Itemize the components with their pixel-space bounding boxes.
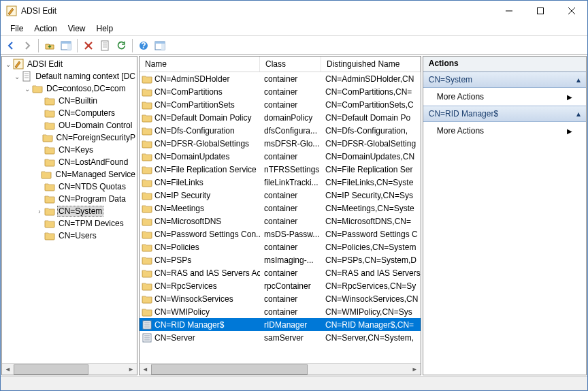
tree-root[interactable]: ⌄ ADSI Edit (2, 58, 137, 70)
menu-action[interactable]: Action (29, 22, 62, 35)
collapse-icon[interactable]: ⌄ (13, 73, 21, 80)
tree-label: CN=Managed Service (54, 169, 137, 180)
refresh-button[interactable] (114, 38, 129, 53)
cell-name: CN=FileLinks (154, 178, 203, 187)
list-row[interactable]: CN=DomainUpdatescontainerCN=DomainUpdate… (140, 150, 421, 163)
show-pane-button[interactable] (59, 38, 74, 53)
cell-name: CN=RpcServices (154, 281, 217, 291)
list-row[interactable]: CN=Password Settings Con...msDS-Passw...… (140, 228, 421, 240)
tree-node[interactable]: CN=Builtin (2, 95, 137, 107)
tree-node[interactable]: CN=NTDS Quotas (2, 181, 137, 193)
tree-domain[interactable]: ⌄ DC=contoso,DC=com (2, 82, 137, 95)
folder-icon (142, 164, 152, 175)
list-row[interactable]: CN=PSPsmsImaging-...CN=PSPs,CN=System,D (140, 253, 421, 266)
list-row[interactable]: CN=IP SecuritycontainerCN=IP Security,CN… (140, 189, 421, 202)
scope-tree[interactable]: ⌄ ADSI Edit ⌄ Default naming context [DC… (2, 57, 137, 363)
folder-icon (32, 83, 43, 94)
actions-section-rid[interactable]: CN=RID Manager$ ▴ (423, 106, 586, 122)
list-row[interactable]: CN=File Replication ServicenTFRSSettings… (140, 163, 421, 176)
tree-h-scrollbar[interactable]: ◄ ► (2, 363, 137, 375)
nav-forward-button[interactable] (20, 38, 35, 53)
list-body[interactable]: CN=AdminSDHoldercontainerCN=AdminSDHolde… (140, 72, 421, 363)
list-row[interactable]: CN=WMIPolicycontainerCN=WMIPolicy,CN=Sys (140, 305, 421, 318)
scroll-thumb[interactable] (14, 364, 88, 375)
tree-label: CN=LostAndFound (57, 157, 129, 168)
list-row[interactable]: CN=Default Domain PolicydomainPolicyCN=D… (140, 111, 421, 124)
list-row[interactable]: CN=RpcServicesrpcContainerCN=RpcServices… (140, 279, 421, 292)
properties-button[interactable] (97, 38, 112, 53)
cell-name: CN=Password Settings Con... (154, 230, 260, 239)
folder-icon (142, 216, 152, 227)
actions-more-system[interactable]: More Actions ▶ (423, 88, 586, 106)
close-button[interactable] (556, 1, 587, 21)
list-row[interactable]: CN=MeetingscontainerCN=Meetings,CN=Syste (140, 202, 421, 215)
list-row[interactable]: CN=DFSR-GlobalSettingsmsDFSR-Glo...CN=DF… (140, 137, 421, 150)
tree-node[interactable]: CN=Managed Service (2, 168, 137, 181)
tree-node[interactable]: CN=Users (2, 230, 137, 242)
maximize-button[interactable] (525, 1, 556, 21)
folder-icon (142, 138, 152, 149)
list-row[interactable]: CN=RAS and IAS Servers Ac...containerCN=… (140, 266, 421, 279)
actions-more-rid[interactable]: More Actions ▶ (423, 122, 586, 140)
cell-dn: CN=WMIPolicy,CN=Sys (321, 307, 421, 317)
cell-name: CN=DomainUpdates (154, 152, 229, 161)
cell-dn: CN=RID Manager$,CN= (321, 320, 421, 330)
nav-back-button[interactable] (3, 38, 18, 53)
cell-name: CN=RID Manager$ (154, 320, 224, 330)
list-row[interactable]: CN=MicrosoftDNScontainerCN=MicrosoftDNS,… (140, 215, 421, 228)
tree-label: CN=Program Data (57, 193, 127, 204)
cell-dn: CN=FileLinks,CN=Syste (321, 178, 421, 187)
tree-node[interactable]: CN=Program Data (2, 193, 137, 205)
scroll-left-icon[interactable]: ◄ (140, 364, 151, 375)
list-row[interactable]: CN=Dfs-ConfigurationdfsConfigura...CN=Df… (140, 124, 421, 137)
delete-button[interactable] (81, 38, 96, 53)
list-h-scrollbar[interactable]: ◄ ► (140, 363, 421, 375)
collapse-up-icon[interactable]: ▴ (576, 109, 581, 119)
menu-file[interactable]: File (5, 22, 29, 35)
list-row[interactable]: CN=AdminSDHoldercontainerCN=AdminSDHolde… (140, 72, 421, 85)
list-row[interactable]: CN=FileLinksfileLinkTracki...CN=FileLink… (140, 176, 421, 189)
list-row[interactable]: CN=ComPartitionSetscontainerCN=ComPartit… (140, 98, 421, 111)
list-row[interactable]: CN=PoliciescontainerCN=Policies,CN=Syste… (140, 240, 421, 253)
tree-node[interactable]: CN=ForeignSecurityP (2, 131, 137, 144)
list-row[interactable]: CN=RID Manager$rIDManagerCN=RID Manager$… (140, 318, 421, 331)
actions-section-system[interactable]: CN=System ▴ (423, 72, 586, 88)
tree-context[interactable]: ⌄ Default naming context [DC (2, 70, 137, 82)
scroll-right-icon[interactable]: ► (409, 364, 421, 375)
menu-view[interactable]: View (63, 22, 91, 35)
list-row[interactable]: CN=WinsockServicescontainerCN=WinsockSer… (140, 292, 421, 305)
list-row[interactable]: CN=ServersamServerCN=Server,CN=System, (140, 331, 421, 344)
folder-icon (41, 169, 52, 180)
collapse-icon[interactable]: ⌄ (3, 61, 13, 68)
cell-class: rIDManager (260, 320, 321, 330)
folder-icon (142, 294, 152, 304)
help-button[interactable] (136, 38, 151, 53)
list-row[interactable]: CN=ComPartitionscontainerCN=ComPartition… (140, 85, 421, 98)
scroll-left-icon[interactable]: ◄ (2, 364, 14, 375)
expand-icon[interactable]: › (35, 208, 44, 215)
tree-node[interactable]: CN=Computers (2, 107, 137, 119)
tree-pane: ⌄ ADSI Edit ⌄ Default naming context [DC… (1, 56, 137, 375)
minimize-button[interactable] (493, 1, 525, 21)
tree-node[interactable]: OU=Domain Control (2, 119, 137, 131)
collapse-icon[interactable]: ⌄ (22, 85, 32, 93)
tree-node[interactable]: CN=LostAndFound (2, 156, 137, 168)
col-class[interactable]: Class (260, 57, 321, 72)
cell-class: container (260, 217, 321, 226)
up-level-button[interactable] (42, 38, 57, 53)
tree-node[interactable]: CN=Keys (2, 144, 137, 156)
col-dn[interactable]: Distinguished Name (321, 57, 421, 72)
tree-node[interactable]: ›CN=System (2, 205, 137, 217)
scroll-thumb[interactable] (151, 364, 308, 375)
cell-class: msDS-Passw... (260, 230, 321, 239)
cell-dn: CN=Server,CN=System, (321, 333, 421, 343)
menubar: File Action View Help (1, 21, 587, 36)
cell-class: msImaging-... (260, 255, 321, 265)
action-pane-button[interactable] (152, 38, 167, 53)
scroll-right-icon[interactable]: ► (125, 364, 137, 375)
folder-icon (142, 190, 152, 201)
menu-help[interactable]: Help (91, 22, 119, 35)
col-name[interactable]: Name (140, 57, 260, 72)
collapse-up-icon[interactable]: ▴ (576, 75, 581, 84)
tree-node[interactable]: CN=TPM Devices (2, 217, 137, 230)
